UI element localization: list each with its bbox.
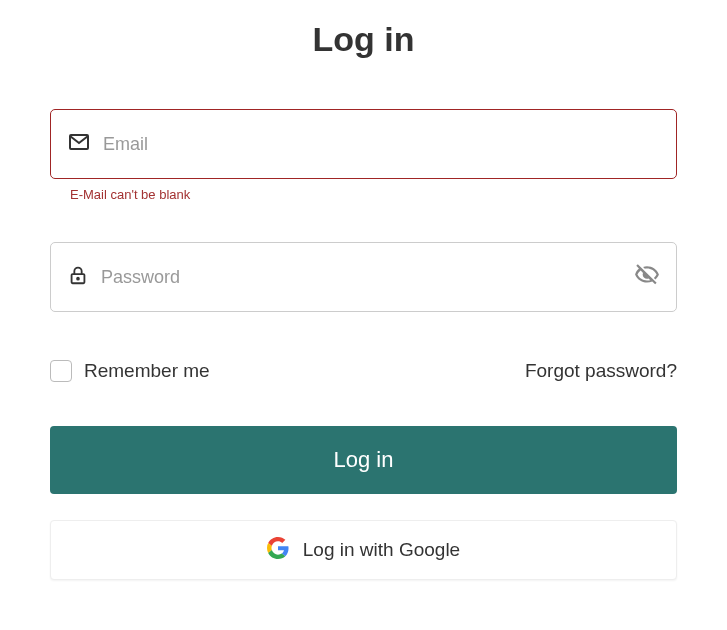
page-title: Log in	[50, 20, 677, 59]
password-field-wrapper	[50, 242, 677, 312]
email-field-wrapper	[50, 109, 677, 179]
email-input[interactable]	[103, 134, 660, 155]
visibility-off-icon[interactable]	[634, 262, 660, 292]
remember-me[interactable]: Remember me	[50, 360, 210, 382]
google-button-label: Log in with Google	[303, 539, 460, 561]
remember-checkbox[interactable]	[50, 360, 72, 382]
login-form: Log in E-Mail can't be blank	[50, 0, 677, 580]
forgot-password-link[interactable]: Forgot password?	[525, 360, 677, 382]
remember-label: Remember me	[84, 360, 210, 382]
svg-point-2	[77, 278, 79, 280]
google-login-button[interactable]: Log in with Google	[50, 520, 677, 580]
email-icon	[67, 130, 91, 158]
lock-icon	[67, 264, 89, 290]
email-error-text: E-Mail can't be blank	[70, 187, 677, 202]
google-icon	[267, 537, 289, 564]
login-button[interactable]: Log in	[50, 426, 677, 494]
password-input[interactable]	[101, 267, 634, 288]
